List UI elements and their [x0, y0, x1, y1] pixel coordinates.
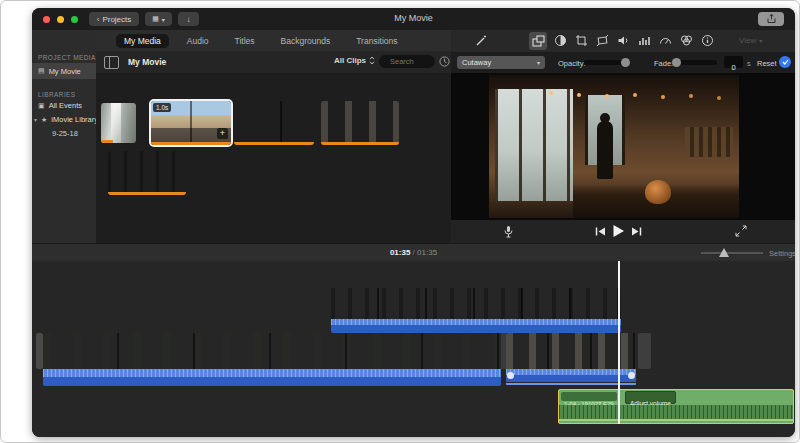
color-correction-button[interactable]	[554, 34, 567, 47]
viewer-pillar-right	[739, 73, 795, 220]
fade-duration-field[interactable]: 0	[724, 56, 743, 68]
chevron-down-icon: ▾	[759, 37, 762, 44]
apply-button[interactable]	[779, 56, 791, 68]
crop-icon	[575, 34, 588, 47]
media-panel: My Media Audio Titles Backgrounds Transi…	[96, 30, 451, 243]
search-field[interactable]	[379, 55, 435, 68]
add-to-timeline-button[interactable]: +	[217, 128, 228, 139]
tab-titles[interactable]: Titles	[227, 34, 263, 48]
music-volume-line[interactable]	[559, 419, 794, 421]
timeline-zoom-slider[interactable]	[701, 252, 763, 254]
overlay-mode-label: Cutaway	[462, 58, 491, 67]
tab-transitions[interactable]: Transitions	[348, 34, 405, 48]
cafe-window-left	[495, 89, 573, 201]
storyline-right-trim-handle[interactable]	[638, 333, 651, 369]
enhance-button[interactable]	[475, 34, 488, 47]
star-icon: ★	[41, 116, 47, 124]
fade-unit-label: s	[747, 59, 751, 68]
share-icon	[767, 14, 776, 24]
browser-clip-interior[interactable]	[321, 101, 399, 145]
interior-clip[interactable]	[506, 333, 636, 386]
tab-transitions-label: Transitions	[356, 36, 397, 46]
sidebar-item-imovie-library[interactable]: ▾ ★ iMovie Library	[34, 115, 98, 124]
fullscreen-button[interactable]	[735, 225, 747, 237]
clip-info-button[interactable]	[701, 34, 714, 47]
fade-slider-thumb[interactable]	[672, 58, 681, 67]
volume-button[interactable]	[617, 34, 630, 47]
fade-label: Fade:	[654, 59, 673, 68]
imovie-window: ‹ Projects ▦ ▾ ↓ My Movie PROJECT MEDIA …	[32, 8, 795, 437]
opacity-slider[interactable]	[584, 60, 628, 65]
overlay-settings-button-selected[interactable]	[529, 32, 547, 50]
opacity-slider-thumb[interactable]	[621, 58, 630, 67]
interior-audio-waveform[interactable]	[506, 369, 636, 382]
fade-handle-left[interactable]	[507, 372, 514, 379]
used-range-indicator	[234, 142, 314, 145]
timeline-toolbar: 01:35 / 01:35 Settings	[32, 243, 795, 263]
sidebar-item-all-events[interactable]: ▣ All Events	[38, 101, 82, 110]
timeline-settings-button[interactable]: Settings	[769, 249, 795, 258]
waveform-texture	[331, 319, 621, 325]
stabilization-button[interactable]	[596, 34, 609, 47]
used-range-indicator	[321, 142, 399, 145]
voiceover-button[interactable]	[503, 225, 514, 238]
view-label: View	[739, 36, 756, 45]
clip-filter-button[interactable]	[680, 34, 693, 47]
browser-clip-street-selected[interactable]: 1.0s +	[151, 101, 231, 145]
share-button[interactable]	[758, 12, 784, 26]
tab-backgrounds[interactable]: Backgrounds	[273, 34, 339, 48]
titlebar: ‹ Projects ▦ ▾ ↓ My Movie	[32, 8, 795, 30]
search-icon	[384, 58, 385, 65]
timeline-zoom-thumb[interactable]	[719, 248, 729, 257]
tab-my-media[interactable]: My Media	[116, 34, 169, 48]
skip-back-button[interactable]	[595, 227, 606, 236]
window-title: My Movie	[32, 13, 795, 23]
browser-clip-waterfall[interactable]	[101, 103, 136, 143]
browser-clip-city[interactable]	[108, 151, 186, 195]
playhead[interactable]	[618, 261, 620, 424]
sidebar-toggle-button[interactable]	[104, 56, 119, 69]
viewer-video[interactable]	[489, 75, 739, 218]
play-button[interactable]	[612, 224, 625, 238]
duration-badge: 1.0s	[153, 103, 171, 112]
sidebar-toggle-divider	[109, 57, 110, 68]
tab-audio-label: Audio	[187, 36, 209, 46]
browser-header: My Movie All Clips	[96, 51, 451, 74]
view-dropdown-disabled[interactable]: View ▾	[739, 36, 762, 45]
clip-filter-dropdown[interactable]: All Clips	[334, 56, 375, 65]
cutaway-clip[interactable]	[331, 288, 621, 333]
music-waveform[interactable]	[559, 405, 794, 419]
storyline-left-trim-handle[interactable]	[36, 333, 43, 369]
video-overlay-icon	[532, 35, 545, 48]
music-clip-selected[interactable]: 1-04 - 191027 E29 Adjust volume	[558, 389, 794, 424]
valley-audio-waveform[interactable]	[43, 369, 501, 386]
chevron-down-icon: ▾	[537, 59, 540, 66]
fade-handle-right[interactable]	[628, 372, 635, 379]
skip-forward-button[interactable]	[631, 227, 642, 236]
libraries-header: LIBRARIES	[38, 91, 76, 98]
adjust-volume-tooltip: Adjust volume	[625, 391, 676, 404]
volume-line[interactable]	[506, 383, 636, 385]
waterfall-highlight	[111, 103, 121, 143]
browser-clip-valley[interactable]	[234, 101, 314, 145]
valley-clip-filmstrip	[43, 333, 501, 369]
adjustments-toolbar: View ▾	[451, 30, 795, 52]
timecode-current: 01:35	[390, 248, 410, 257]
tab-audio[interactable]: Audio	[179, 34, 217, 48]
clip-size-button[interactable]	[439, 56, 450, 67]
search-input[interactable]	[388, 56, 430, 67]
project-media-header: PROJECT MEDIA	[38, 54, 96, 61]
speed-button[interactable]	[659, 34, 672, 47]
sidebar-item-my-movie[interactable]: ▤ My Movie	[32, 63, 96, 79]
used-range-indicator	[151, 142, 231, 145]
sidebar-item-event-date[interactable]: 9-25-18	[52, 129, 78, 138]
sidebar: PROJECT MEDIA ▤ My Movie LIBRARIES ▣ All…	[32, 30, 97, 243]
cutaway-audio-waveform[interactable]	[331, 319, 621, 333]
equalizer-bars-icon	[638, 34, 651, 47]
crop-button[interactable]	[575, 34, 588, 47]
fade-slider[interactable]	[673, 60, 717, 65]
overlay-mode-dropdown[interactable]: Cutaway ▾	[457, 56, 545, 69]
valley-clip[interactable]	[43, 333, 501, 386]
noise-reduction-button[interactable]	[638, 34, 651, 47]
timeline-area[interactable]: 1-04 - 191027 E29 Adjust volume	[32, 261, 795, 437]
